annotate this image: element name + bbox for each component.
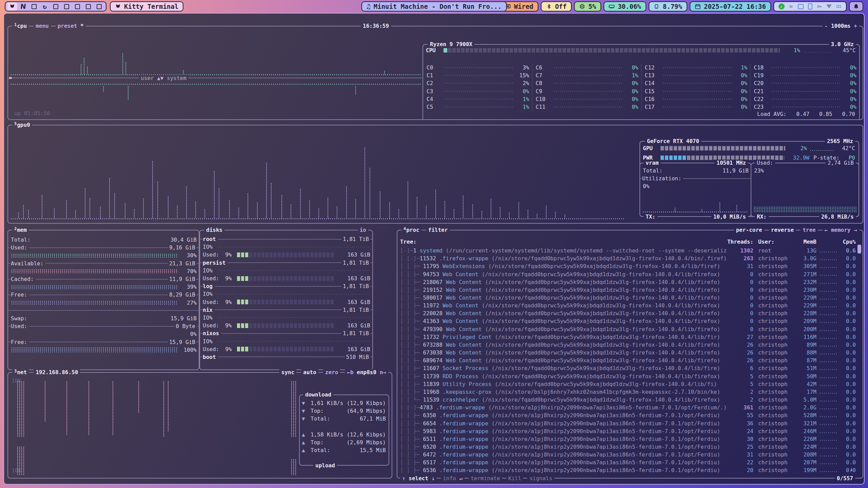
tray-check-circle-icon[interactable]: ✓: [778, 3, 785, 9]
process-scrollbar[interactable]: [857, 245, 861, 253]
tray-key-icon[interactable]: [816, 3, 823, 9]
workspace-6-square-icon[interactable]: [61, 2, 72, 11]
per-core-toggle[interactable]: per-core: [734, 227, 764, 233]
process-row-94753[interactable]: │ │ ├─ 94753 Web Content (/nix/store/fqa…: [400, 270, 856, 278]
process-row-11539[interactable]: │ │ └─ 11539 crashhelper (/nix/store/fqa…: [400, 396, 856, 404]
process-row-220028[interactable]: │ │ ├─ 220028 Web Content (/nix/store/fq…: [400, 309, 856, 317]
music-player-pill[interactable]: ♫ Minuit Machine - Don't Run Fro...: [361, 1, 507, 12]
tree-toggle[interactable]: tree: [801, 227, 818, 233]
process-row-4783[interactable]: │ [-]─4783 .ferdium-wrappe (/nix/store/a…: [400, 404, 856, 411]
process-row-6520[interactable]: │ │ ├─ 6520 .ferdium-wrappe (/nix/store/…: [400, 443, 856, 451]
vram-frequency: 10501 MHz: [714, 160, 748, 166]
workspace-3-square-icon[interactable]: [29, 2, 39, 11]
reverse-toggle[interactable]: reverse: [769, 227, 796, 233]
memory-box-title[interactable]: 2mem: [12, 227, 29, 233]
cpu-graph-legend[interactable]: user ▲▼ system: [139, 75, 189, 81]
process-row-689674[interactable]: │ │ ├─ 689674 Web Content (/nix/store/fq…: [400, 357, 856, 364]
cpu-system-graph: [10, 86, 420, 103]
process-row-1[interactable]: [-]─1 systemd (/run/current-system/syste…: [400, 247, 856, 255]
cpu-box-title[interactable]: 1cpu: [12, 23, 29, 29]
workspace-8-square-icon[interactable]: [83, 2, 93, 11]
process-row-11732[interactable]: │ │ ├─ 11732 Privileged Cont (/nix/store…: [400, 333, 856, 341]
gpu-tx-rate: 10,0 MiB/s: [711, 214, 748, 220]
process-row-11839[interactable]: │ │ ├─ 11839 Utility Process (/nix/store…: [400, 380, 856, 388]
net-interface-switcher[interactable]: ←b enp8s0 n→: [345, 369, 388, 375]
status-pill-gpu[interactable]: 8.79%: [649, 1, 687, 12]
kill-button[interactable]: Kill: [506, 475, 524, 482]
process-row-11968[interactable]: │ │ ├─ 11968 .keepassxc-prox (/nix/store…: [400, 388, 856, 396]
signals-button[interactable]: signals: [527, 475, 554, 482]
process-row-479390[interactable]: │ │ ├─ 479390 Web Content (/nix/store/fq…: [400, 325, 856, 333]
preset-button[interactable]: preset *: [56, 23, 86, 29]
status-pill-memory[interactable]: 30.06%: [604, 1, 646, 12]
process-row-11532[interactable]: │ [-]─11532 .firefox-wrappe (/nix/store/…: [400, 255, 856, 262]
status-memory-value: 30.06%: [618, 3, 641, 10]
vram-used-panel: Used: 2,74 GiB 23% RX: 26,8 MiB/s: [751, 163, 859, 217]
tray-display-icon[interactable]: [797, 3, 804, 9]
mem-divider: [8, 307, 199, 314]
select-control[interactable]: ↑ select ↓: [400, 475, 437, 482]
workspace-9-square-icon[interactable]: [94, 2, 104, 11]
network-box-title[interactable]: 3net: [12, 369, 29, 375]
tray-grid-icon[interactable]: [835, 3, 842, 9]
sort-column-switcher[interactable]: ← memory →: [823, 227, 859, 233]
core-C13: C130%: [642, 72, 750, 79]
process-row-218067[interactable]: │ │ ├─ 218067 Web Content (/nix/store/fq…: [400, 278, 856, 286]
process-row-6654[interactable]: │ │ ├─ 6654 .ferdium-wrappe (/nix/store/…: [400, 419, 856, 427]
mem-row-swap: Swap:15,9 GiB: [8, 314, 199, 322]
notifications-button[interactable]: [849, 1, 863, 12]
process-row-6536[interactable]: │ │ ├─ 6536 .ferdium-wrappe (/nix/store/…: [400, 466, 856, 474]
process-row-6350[interactable]: │ │ ├─ 6350 .ferdium-wrappe (/nix/store/…: [400, 411, 856, 419]
window-title: Kitty Terminal: [124, 3, 178, 10]
workspace-1-cat-icon[interactable]: [7, 2, 17, 11]
status-pill-clock[interactable]: 2025-07-22 16:36: [690, 1, 771, 12]
workspace-2-nvim-icon[interactable]: N: [18, 2, 28, 11]
mem-row-cached: Cached:11,9 GiB: [8, 275, 199, 283]
gpu-utilization-graph: [10, 136, 625, 218]
cpu-graph-divider: [9, 78, 422, 78]
filter-button[interactable]: filter: [426, 227, 450, 233]
process-row-11972[interactable]: │ │ ├─ 11972 Web Content (/nix/store/fqa…: [400, 302, 856, 309]
process-row-11607[interactable]: │ │ ├─ 11607 Socket Process (/nix/store/…: [400, 364, 856, 372]
terminate-button[interactable]: terminate: [469, 475, 502, 482]
update-interval-control[interactable]: - 1000ms +: [823, 23, 859, 29]
process-row-11739[interactable]: │ │ ├─ 11739 RDD Process (/nix/store/fqa…: [400, 372, 856, 380]
status-pill-bluetooth[interactable]: Off: [541, 1, 572, 12]
menu-button[interactable]: menu: [34, 23, 51, 29]
workspace-7-square-icon[interactable]: [72, 2, 82, 11]
process-row-580017[interactable]: │ │ ├─ 580017 Web Content (/nix/store/fq…: [400, 294, 856, 302]
disks-box-title[interactable]: disks: [204, 227, 224, 233]
tray-shield-down-icon[interactable]: [826, 3, 832, 9]
status-pill-cpu[interactable]: 5%: [574, 1, 601, 12]
process-row-6517[interactable]: │ │ ├─ 6517 .ferdium-wrappe (/nix/store/…: [400, 459, 856, 466]
workspace-4-refresh-icon[interactable]: ↻: [40, 2, 50, 11]
process-row-219152[interactable]: │ │ ├─ 219152 Web Content (/nix/store/fq…: [400, 286, 856, 294]
status-area: 75%WiredOff5%30.06%8.79%2025-07-22 16:36…: [466, 1, 863, 12]
process-row-6511[interactable]: │ │ ├─ 6511 .ferdium-wrappe (/nix/store/…: [400, 435, 856, 443]
disks-io-toggle[interactable]: io: [358, 227, 368, 233]
net-zero-button[interactable]: zero: [323, 369, 340, 375]
workspace-switcher[interactable]: N↻: [5, 1, 106, 12]
process-box-title[interactable]: 4proc: [401, 227, 421, 233]
process-row-6472[interactable]: │ │ ├─ 6472 .ferdium-wrappe (/nix/store/…: [400, 451, 856, 459]
net-auto-button[interactable]: auto: [301, 369, 318, 375]
cpu-user-graph: [10, 51, 420, 75]
active-window-pill[interactable]: Kitty Terminal: [110, 1, 183, 12]
process-row-673038[interactable]: │ │ ├─ 673038 Web Content (/nix/store/fq…: [400, 349, 856, 357]
music-track-title: Minuit Machine - Don't Run Fro...: [374, 3, 502, 10]
disk-nix-io: IO%: [200, 314, 372, 322]
process-row-673288[interactable]: │ │ ├─ 673288 Web Content (/nix/store/fq…: [400, 341, 856, 349]
process-row-11795[interactable]: │ │ ├─ 11795 WebExtensions (/nix/store/f…: [400, 262, 856, 270]
tray-wave-icon[interactable]: ≈: [788, 3, 794, 9]
tray-phone-icon[interactable]: [807, 3, 813, 9]
cpu-box: 1cpu menu preset * 16:36:59 - 1000ms + u…: [7, 26, 863, 120]
gpu-box-title[interactable]: 5gpu0: [12, 122, 32, 128]
net-sync-button[interactable]: sync: [279, 369, 297, 375]
process-list-header[interactable]: Tree: Threads: User: MemB Cpu%: [400, 239, 856, 245]
upload-stat-row: ▲1,58 KiB/s(12,6 Kibps): [300, 431, 389, 439]
process-row-5983[interactable]: │ │ ├─ 5983 .ferdium-wrappe (/nix/store/…: [400, 427, 856, 435]
system-tray[interactable]: ✓≈: [773, 1, 847, 12]
workspace-5-square-icon[interactable]: [51, 2, 61, 11]
process-row-41363[interactable]: │ │ ├─ 41363 Web Content (/nix/store/fqa…: [400, 317, 856, 325]
info-button[interactable]: info ↵: [441, 475, 465, 482]
